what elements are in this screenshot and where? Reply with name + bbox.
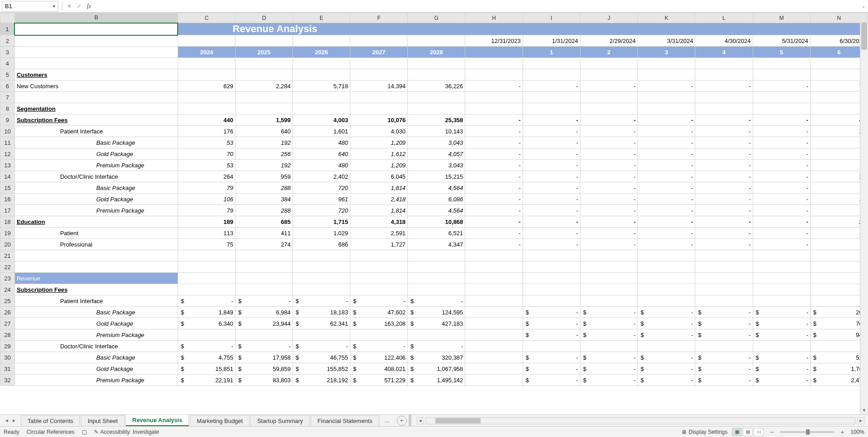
page-break-view-button[interactable]: ▭ xyxy=(754,428,764,436)
insert-function-button[interactable]: fx xyxy=(84,1,94,11)
cell[interactable]: 10,143 xyxy=(408,126,465,137)
cell[interactable]: 83,803 xyxy=(235,375,292,386)
cell[interactable]: - xyxy=(350,295,408,307)
cell[interactable]: - xyxy=(580,81,637,92)
row-label[interactable]: Gold Package xyxy=(14,363,178,375)
cell[interactable]: 106 xyxy=(178,194,235,205)
cell[interactable]: 122,406 xyxy=(350,352,408,363)
row-label[interactable]: Gold Package xyxy=(14,194,178,205)
cell[interactable]: - xyxy=(638,329,695,341)
column-header-H[interactable]: H xyxy=(465,13,523,23)
row-header-10[interactable]: 10 xyxy=(0,126,15,137)
cell[interactable]: 6,086 xyxy=(408,194,465,205)
sheet-tab[interactable]: Revenue Analysis xyxy=(126,414,189,426)
cell[interactable]: 53 xyxy=(178,160,235,171)
cell[interactable]: - xyxy=(638,182,695,194)
cell[interactable]: 192 xyxy=(235,137,292,148)
cell[interactable]: - xyxy=(523,307,580,318)
year-header[interactable]: 2025 xyxy=(235,47,292,58)
cell[interactable]: 4,755 xyxy=(178,352,235,363)
cell[interactable]: 1,067,958 xyxy=(408,363,465,375)
month-header[interactable]: 5 xyxy=(753,47,810,58)
row-header-11[interactable]: 11 xyxy=(0,137,15,148)
first-sheet-button[interactable]: ◄ xyxy=(5,418,9,423)
row-header-31[interactable]: 31 xyxy=(0,363,15,375)
row-label[interactable]: Premium Package xyxy=(14,375,178,386)
cell[interactable]: - xyxy=(753,216,810,228)
cell[interactable]: - xyxy=(465,182,523,194)
sheet-tab[interactable]: Startup Summary xyxy=(250,415,310,426)
cell[interactable]: - xyxy=(753,148,810,160)
cell[interactable]: 1,814 xyxy=(350,182,408,194)
cell[interactable]: - xyxy=(695,126,753,137)
confirm-formula-button[interactable]: ✓ xyxy=(74,1,84,11)
cell[interactable]: 4,564 xyxy=(408,205,465,216)
cell[interactable]: 4,030 xyxy=(350,126,408,137)
cell[interactable]: 480 xyxy=(292,137,350,148)
cell[interactable]: 706 xyxy=(810,318,868,329)
row-header-28[interactable]: 28 xyxy=(0,329,15,341)
cell[interactable]: - xyxy=(753,194,810,205)
cell[interactable]: - xyxy=(638,126,695,137)
cell[interactable]: - xyxy=(465,171,523,182)
year-header[interactable]: 2026 xyxy=(292,47,350,58)
cell[interactable]: 163,208 xyxy=(350,318,408,329)
cell[interactable]: 75 xyxy=(178,239,235,250)
cell[interactable]: - xyxy=(580,329,637,341)
date-header[interactable]: 3/31/2024 xyxy=(638,35,695,47)
year-header[interactable]: 2028 xyxy=(408,47,465,58)
cell[interactable]: 961 xyxy=(292,194,350,205)
cell[interactable]: - xyxy=(580,318,637,329)
cell[interactable]: - xyxy=(753,182,810,194)
cell[interactable]: - xyxy=(753,307,810,318)
cell[interactable]: 70 xyxy=(178,148,235,160)
cell[interactable]: 4,564 xyxy=(408,182,465,194)
row-header-6[interactable]: 6 xyxy=(0,81,15,92)
cell[interactable]: - xyxy=(292,341,350,352)
cell[interactable]: - xyxy=(523,228,580,239)
row-label[interactable]: Basic Package xyxy=(14,307,178,318)
cell[interactable]: - xyxy=(465,81,523,92)
cell[interactable]: 6,984 xyxy=(235,307,292,318)
customers-section[interactable]: Customers xyxy=(14,69,178,81)
cell[interactable]: - xyxy=(523,375,580,386)
row-header-13[interactable]: 13 xyxy=(0,160,15,171)
cell[interactable]: 4,003 xyxy=(292,114,350,126)
cell[interactable]: - xyxy=(695,228,753,239)
cell[interactable]: - xyxy=(523,363,580,375)
cell[interactable]: - xyxy=(695,160,753,171)
row-header-4[interactable]: 4 xyxy=(0,58,15,69)
display-settings-button[interactable]: 🖥 Display Settings xyxy=(681,429,727,435)
cell[interactable]: - xyxy=(580,182,637,194)
cell[interactable]: 6 xyxy=(810,160,868,171)
cell[interactable]: 79 xyxy=(178,182,235,194)
cell[interactable]: - xyxy=(638,228,695,239)
horizontal-scrollbar[interactable] xyxy=(426,417,855,424)
row-header-8[interactable]: 8 xyxy=(0,103,15,114)
column-header-L[interactable]: L xyxy=(695,13,753,23)
cell[interactable]: - xyxy=(523,329,580,341)
cell[interactable]: - xyxy=(638,137,695,148)
column-header-D[interactable]: D xyxy=(235,13,292,23)
cell[interactable]: - xyxy=(638,216,695,228)
sheet-tab[interactable]: Input Sheet xyxy=(81,415,125,426)
cell[interactable]: - xyxy=(638,114,695,126)
cell[interactable]: 8 xyxy=(810,148,868,160)
cell[interactable]: - xyxy=(753,318,810,329)
cell[interactable]: 6,045 xyxy=(350,171,408,182)
cell[interactable]: 1,612 xyxy=(350,148,408,160)
name-box-dropdown-icon[interactable]: ▼ xyxy=(52,4,56,9)
cell[interactable]: 1,715 xyxy=(292,216,350,228)
column-header-E[interactable]: E xyxy=(292,13,350,23)
month-header[interactable]: 1 xyxy=(523,47,580,58)
cell[interactable]: 14,394 xyxy=(350,81,408,92)
cell[interactable]: 2,591 xyxy=(350,228,408,239)
cell[interactable]: 629 xyxy=(178,81,235,92)
cell[interactable]: 79 xyxy=(178,205,235,216)
cell[interactable]: - xyxy=(523,205,580,216)
cell[interactable]: - xyxy=(580,239,637,250)
cell[interactable]: - xyxy=(753,114,810,126)
cell[interactable]: - xyxy=(638,375,695,386)
cell[interactable]: - xyxy=(695,329,753,341)
column-header-K[interactable]: K xyxy=(638,13,695,23)
